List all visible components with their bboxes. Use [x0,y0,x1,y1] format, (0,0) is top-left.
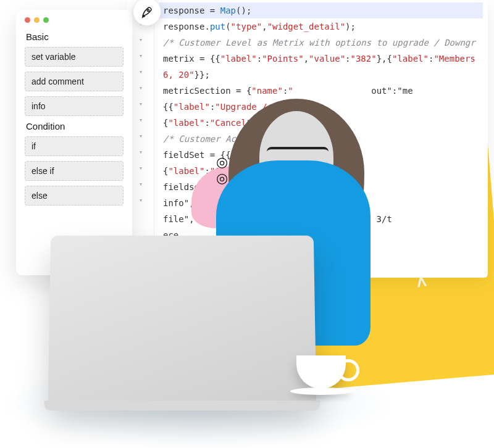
snippet-info[interactable]: info [25,96,124,116]
sidebar-heading-basic: Basic [26,31,124,42]
svg-point-0 [147,9,149,11]
code-line[interactable]: response.put("type","widget_detail"); [159,19,483,35]
snippet-if[interactable]: if [25,136,124,156]
code-line[interactable]: metrix = {{"label":"Points","value":"382… [159,51,483,67]
snippet-set-variable[interactable]: set variable [25,47,124,67]
code-line[interactable]: 6, 20"}}; [159,67,483,83]
maximize-icon[interactable] [43,17,49,23]
window-controls [25,17,124,23]
code-line[interactable]: /* Customer Level as Metrix with options… [159,35,483,51]
person-illustration [31,160,438,420]
close-icon[interactable] [25,17,30,23]
minimize-icon[interactable] [34,17,40,23]
snippet-add-comment[interactable]: add comment [25,72,124,91]
code-line[interactable]: response = Map(); [159,2,483,19]
code-line[interactable]: metricSection = {"name":" out":"me [159,83,483,99]
sidebar-heading-condition: Condition [26,121,124,131]
laptop [48,236,317,402]
